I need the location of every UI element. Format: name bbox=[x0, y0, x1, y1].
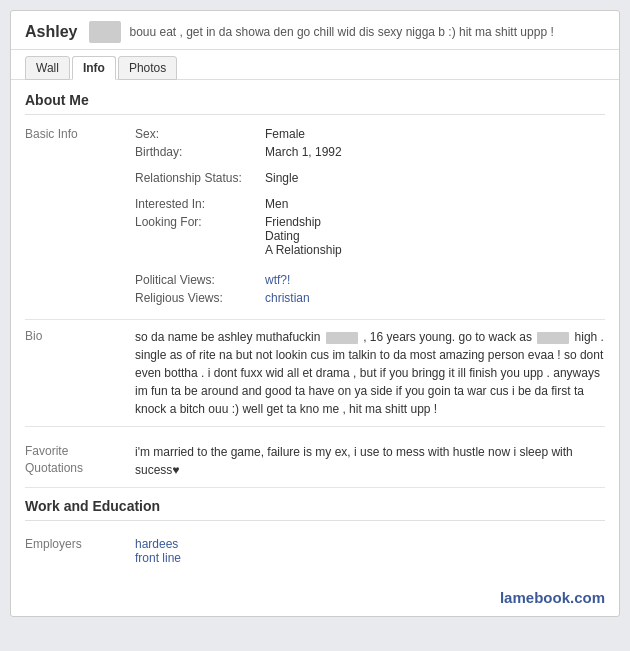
tabs-bar: Wall Info Photos bbox=[11, 50, 619, 80]
brand-name: lamebook.com bbox=[500, 589, 605, 606]
views-table: Political Views: wtf?! Religious Views: … bbox=[25, 271, 605, 307]
about-me-title: About Me bbox=[25, 92, 605, 115]
interested-label: Interested In: bbox=[135, 195, 265, 213]
birthday-label: Birthday: bbox=[135, 143, 265, 161]
work-values: hardees front line bbox=[135, 537, 605, 565]
employers-label: Employers bbox=[25, 537, 135, 565]
political-link[interactable]: wtf?! bbox=[265, 273, 290, 287]
profile-status: bouu eat , get in da showa den go chill … bbox=[129, 25, 605, 39]
work-section: Work and Education Employers hardees fro… bbox=[25, 498, 605, 571]
employers-row: Employers hardees front line bbox=[25, 531, 605, 571]
profile-name: Ashley bbox=[25, 23, 77, 41]
political-value: wtf?! bbox=[265, 271, 605, 289]
profile-page: Ashley bouu eat , get in da showa den go… bbox=[10, 10, 620, 617]
bio-redact-2 bbox=[537, 332, 569, 344]
political-row: Political Views: wtf?! bbox=[25, 271, 605, 289]
employer-name[interactable]: hardees bbox=[135, 537, 605, 551]
quotations-label: FavoriteQuotations bbox=[25, 443, 135, 479]
looking-values: Friendship Dating A Relationship bbox=[265, 213, 605, 259]
interested-value: Men bbox=[265, 195, 605, 213]
brand-dotcom: .com bbox=[570, 589, 605, 606]
sex-row: Basic Info Sex: Female bbox=[25, 125, 605, 143]
religious-row: Religious Views: christian bbox=[25, 289, 605, 307]
sex-label: Sex: bbox=[135, 125, 265, 143]
quotations-section: FavoriteQuotations i'm married to the ga… bbox=[25, 437, 605, 488]
relationship-label: Relationship Status: bbox=[135, 169, 265, 187]
tab-info[interactable]: Info bbox=[72, 56, 116, 80]
bio-section: Bio so da name be ashley muthafuckin , 1… bbox=[25, 319, 605, 427]
religious-value: christian bbox=[265, 289, 605, 307]
tab-photos[interactable]: Photos bbox=[118, 56, 177, 80]
bio-text-1: so da name be ashley muthafuckin bbox=[135, 330, 320, 344]
bio-redact-1 bbox=[326, 332, 358, 344]
religious-link[interactable]: christian bbox=[265, 291, 310, 305]
footer: lamebook.com bbox=[11, 583, 619, 616]
birthday-value: March 1, 1992 bbox=[265, 143, 605, 161]
bio-text-2: , 16 years young. go to wack as bbox=[363, 330, 532, 344]
avatar bbox=[89, 21, 121, 43]
basic-info-label: Basic Info bbox=[25, 125, 135, 259]
main-content: About Me Basic Info Sex: Female Birthday… bbox=[11, 80, 619, 583]
brand-text: lamebook bbox=[500, 589, 570, 606]
quotations-text: i'm married to the game, failure is my e… bbox=[135, 443, 605, 479]
relationship-value: Single bbox=[265, 169, 605, 187]
looking-dating: Dating bbox=[265, 229, 605, 243]
employer-position[interactable]: front line bbox=[135, 551, 605, 565]
work-title: Work and Education bbox=[25, 498, 605, 521]
looking-relationship: A Relationship bbox=[265, 243, 605, 257]
religious-label: Religious Views: bbox=[135, 289, 265, 307]
bio-text: so da name be ashley muthafuckin , 16 ye… bbox=[135, 328, 605, 418]
looking-friendship: Friendship bbox=[265, 215, 605, 229]
political-label: Political Views: bbox=[135, 271, 265, 289]
bio-label: Bio bbox=[25, 328, 135, 418]
sex-value: Female bbox=[265, 125, 605, 143]
profile-header: Ashley bouu eat , get in da showa den go… bbox=[11, 11, 619, 50]
looking-label: Looking For: bbox=[135, 213, 265, 259]
tab-wall[interactable]: Wall bbox=[25, 56, 70, 80]
basic-info-table: Basic Info Sex: Female Birthday: March 1… bbox=[25, 125, 605, 259]
